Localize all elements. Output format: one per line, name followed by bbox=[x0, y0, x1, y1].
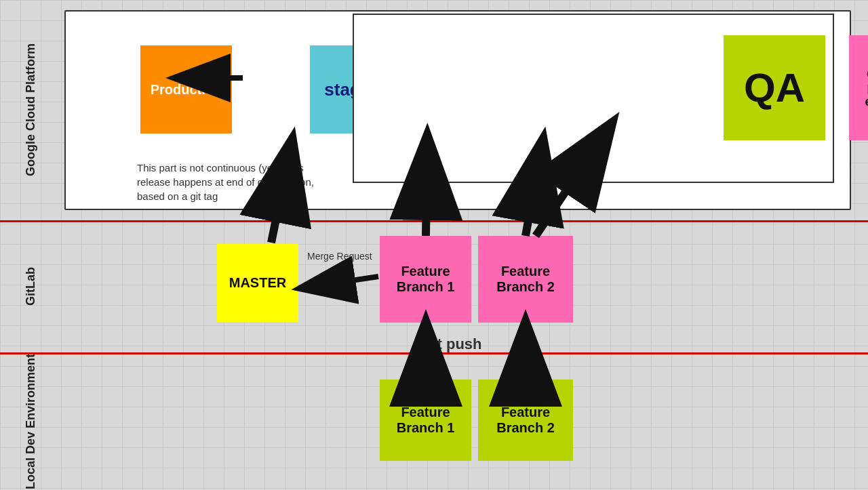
master-label: MASTER bbox=[229, 275, 286, 291]
feature-branch1-local-label: Feature Branch 1 bbox=[380, 405, 471, 436]
main-container: Google Cloud Platform GitLab Local Dev E… bbox=[0, 0, 868, 490]
box-qa: QA bbox=[724, 35, 825, 140]
box-dynamic1: dynamically provisioned environment bbox=[849, 35, 868, 140]
qa-label: QA bbox=[744, 64, 805, 111]
box-feature-branch1-local: Feature Branch 1 bbox=[380, 380, 471, 461]
box-feature-branch2-local: Feature Branch 2 bbox=[478, 380, 573, 461]
box-master: MASTER bbox=[217, 244, 298, 322]
git-push-label: git push bbox=[424, 335, 482, 353]
label-localdev: Local Dev Environment bbox=[0, 352, 61, 490]
box-feature-branch1-gitlab: Feature Branch 1 bbox=[380, 236, 471, 323]
feature-branch2-local-label: Feature Branch 2 bbox=[478, 405, 573, 436]
env-box: QA dynamically provisioned environment d… bbox=[353, 14, 834, 183]
separator-gcp-gitlab bbox=[0, 220, 868, 222]
label-gitlab: GitLab bbox=[0, 220, 61, 352]
merge-request-label: Merge Request bbox=[307, 251, 372, 262]
box-feature-branch2-gitlab: Feature Branch 2 bbox=[478, 236, 573, 323]
label-gcp: Google Cloud Platform bbox=[0, 0, 61, 220]
feature-branch1-gitlab-label: Feature Branch 1 bbox=[380, 264, 471, 295]
feature-branch2-gitlab-label: Feature Branch 2 bbox=[478, 264, 573, 295]
arrow-fb1-to-master bbox=[302, 277, 378, 288]
gcp-note: This part is not continuous (yet). This … bbox=[137, 161, 327, 203]
dynamic1-label: dynamically provisioned environment bbox=[856, 66, 868, 109]
production-label: Production bbox=[151, 82, 222, 98]
box-production: Production bbox=[140, 45, 232, 134]
